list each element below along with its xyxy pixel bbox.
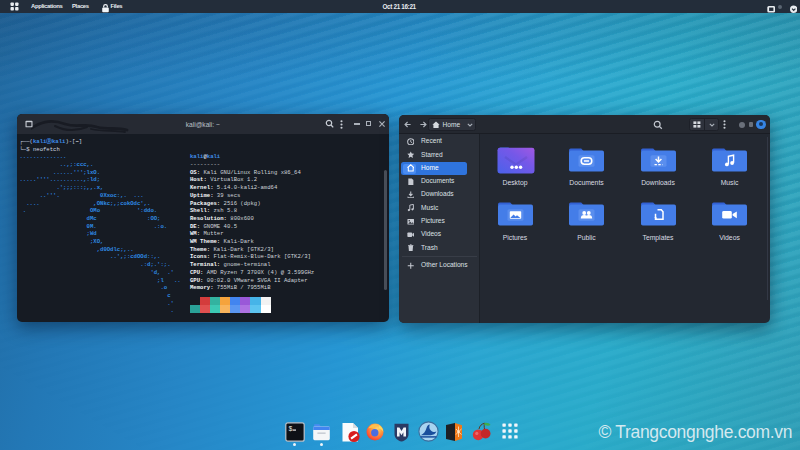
svg-text:$: $ xyxy=(288,425,292,432)
